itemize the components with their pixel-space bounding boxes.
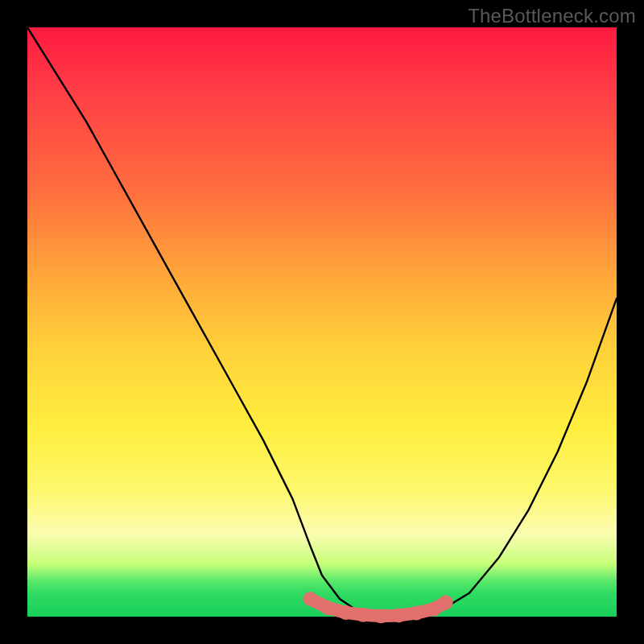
marker-dot <box>439 595 453 609</box>
marker-dot <box>391 609 406 623</box>
marker-dot <box>320 601 335 615</box>
optimal-range-markers <box>303 592 452 623</box>
marker-dot <box>409 606 423 621</box>
marker-dot <box>356 608 370 622</box>
marker-dot <box>374 609 388 623</box>
chart-frame: TheBottleneck.com <box>0 0 644 644</box>
plot-area <box>27 27 617 617</box>
marker-dot <box>303 592 317 606</box>
marker-dot <box>338 605 353 620</box>
watermark-text: TheBottleneck.com <box>468 5 636 27</box>
curve-layer <box>27 27 617 617</box>
bottleneck-curve <box>27 27 617 617</box>
